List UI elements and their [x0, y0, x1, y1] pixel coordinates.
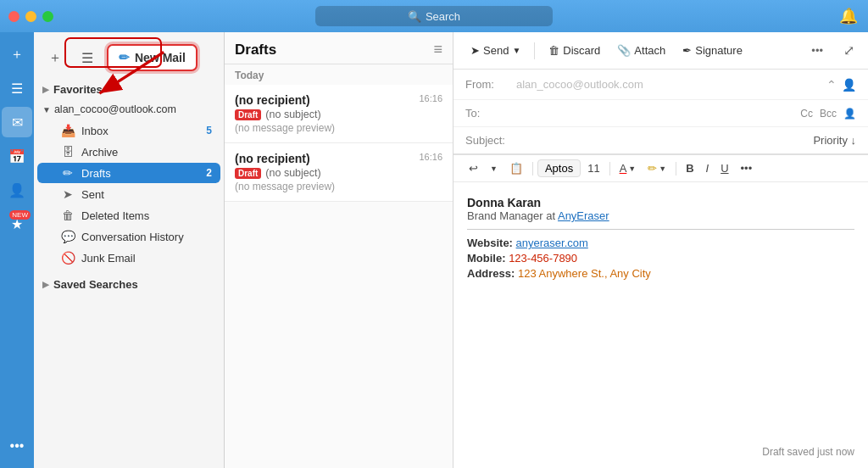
italic-button[interactable]: I [701, 159, 715, 177]
send-button[interactable]: ➤ Send ▼ [464, 40, 527, 61]
format-separator [676, 162, 676, 176]
draft-badge: Draft [235, 168, 261, 179]
minimize-button[interactable] [25, 11, 36, 22]
more-format-button[interactable]: ••• [736, 159, 758, 177]
nav-mail-button[interactable]: ✉ [2, 107, 32, 137]
sidebar-item-inbox[interactable]: 📥 Inbox 5 [37, 120, 220, 141]
sidebar-item-drafts[interactable]: ✏ Drafts 2 [37, 163, 220, 183]
clipboard-button[interactable]: 📋 [504, 159, 528, 177]
sidebar-item-conversation[interactable]: 💬 Conversation History [37, 226, 220, 247]
priority-button[interactable]: Priority ↓ [813, 134, 856, 147]
title-text: Brand Manager at [467, 209, 558, 222]
undo-button[interactable]: ↩ [464, 159, 483, 177]
add-recipient-icon[interactable]: 👤 [843, 108, 856, 120]
compose-body[interactable]: Donna Karan Brand Manager at AnyEraser W… [453, 182, 868, 468]
sidebar-item-archive[interactable]: 🗄 Archive [37, 142, 220, 162]
email-subject-row: Draft (no subject) [235, 109, 442, 120]
email-list-panel: Drafts ≡ Today (no recipient) 16:16 Draf… [225, 32, 453, 468]
attach-button[interactable]: 📎 Attach [610, 40, 672, 61]
email-item[interactable]: (no recipient) 16:16 Draft (no subject) … [225, 143, 453, 202]
junk-icon: 🚫 [61, 251, 75, 265]
website-link[interactable]: anyeraser.com [516, 237, 588, 249]
color-chevron-icon: ▼ [628, 164, 636, 173]
collapse-icon[interactable]: ⌃ [826, 78, 837, 92]
close-button[interactable] [8, 11, 19, 22]
format-toolbar: ↩ ▼ 📋 Aptos 11 A ▼ ✏ ▼ [453, 155, 868, 182]
font-name: Aptos [545, 162, 573, 175]
attach-icon: 📎 [617, 44, 631, 57]
sidebar-item-junk[interactable]: 🚫 Junk Email [37, 248, 220, 268]
cc-label[interactable]: Cc [800, 108, 813, 120]
font-selector[interactable]: Aptos [537, 159, 581, 177]
inbox-count: 5 [206, 125, 212, 136]
search-bar[interactable]: 🔍 Search [315, 6, 553, 26]
favorites-section[interactable]: ▶ Favorites [34, 80, 224, 99]
bold-label: B [686, 162, 693, 175]
sidebar-item-label: Conversation History [81, 231, 184, 243]
signature-icon: ✒ [682, 44, 692, 57]
signature-button[interactable]: ✒ Signature [676, 40, 749, 61]
saved-searches-label: Saved Searches [53, 278, 138, 291]
subject-field[interactable]: Subject: Priority ↓ [453, 127, 868, 154]
bcc-label[interactable]: Bcc [820, 108, 837, 120]
people-icon: 👤 [8, 182, 25, 198]
account-header[interactable]: ▼ alan_cocoo@outlook.com [34, 99, 224, 120]
chevron-right-icon: ▶ [42, 280, 49, 289]
email-date-group: Today [225, 64, 453, 85]
signature-name: Donna Karan [467, 196, 854, 209]
drafts-icon: ✏ [61, 166, 75, 180]
italic-label: I [706, 162, 709, 175]
sidebar-menu-button[interactable]: ☰ [75, 45, 100, 70]
nav-menu-button[interactable]: ☰ [2, 73, 32, 103]
email-sender: (no recipient) [235, 152, 310, 165]
drafts-count: 2 [206, 167, 212, 179]
highlight-chevron-icon: ▼ [659, 164, 666, 173]
email-subject-row: Draft (no subject) [235, 167, 442, 179]
expand-icon: ⤢ [843, 43, 854, 58]
sidebar-add-button[interactable]: ＋ [42, 45, 68, 70]
chevron-right-icon: ▶ [42, 85, 49, 94]
filter-icon[interactable]: ≡ [433, 41, 442, 58]
undo-dropdown-button[interactable]: ▼ [485, 162, 503, 176]
to-label: To: [465, 107, 516, 120]
undo-icon: ↩ [469, 162, 478, 175]
email-time: 16:16 [419, 152, 442, 162]
calendar-icon: 📅 [8, 148, 25, 164]
to-field[interactable]: To: Cc Bcc 👤 [453, 100, 868, 127]
notification-icon[interactable]: 🔔 [839, 7, 858, 25]
underline-button[interactable]: U [715, 159, 733, 177]
search-label: Search [426, 10, 460, 23]
sidebar-item-sent[interactable]: ➤ Sent [37, 184, 220, 204]
maximize-button[interactable] [42, 11, 53, 22]
email-subject: (no subject) [265, 109, 320, 120]
nav-starred-button[interactable]: ★ NEW [2, 209, 32, 239]
font-color-button[interactable]: A ▼ [615, 159, 642, 177]
hamburger-icon: ☰ [81, 50, 93, 66]
more-button[interactable]: ••• [804, 40, 830, 61]
nav-more-button[interactable]: ••• [2, 431, 32, 461]
saved-searches-section[interactable]: ▶ Saved Searches [34, 275, 224, 294]
inbox-icon: 📥 [61, 124, 75, 137]
more-icon: ••• [10, 438, 25, 454]
sidebar-item-label: Junk Email [81, 252, 136, 265]
email-subject: (no subject) [265, 167, 320, 179]
expand-button[interactable]: ⤢ [840, 39, 858, 62]
nav-people-button[interactable]: 👤 [2, 175, 32, 205]
nav-add-button[interactable]: ＋ [2, 39, 32, 70]
draft-saved-status: Draft saved just now [762, 446, 854, 458]
search-icon: 🔍 [408, 10, 421, 23]
nav-calendar-button[interactable]: 📅 [2, 141, 32, 171]
highlight-button[interactable]: ✏ ▼ [643, 159, 671, 177]
new-mail-button[interactable]: ✏ New Mail [107, 44, 198, 71]
profile-icon[interactable]: 👤 [842, 78, 856, 92]
format-separator [532, 162, 533, 176]
titlebar: 🔍 Search 🔔 [0, 0, 868, 32]
sidebar-item-label: Inbox [81, 125, 108, 137]
email-item[interactable]: (no recipient) 16:16 Draft (no subject) … [225, 85, 453, 143]
signature-title: Brand Manager at AnyEraser [467, 209, 854, 222]
font-size-button[interactable]: 11 [582, 159, 604, 177]
signature-company-link[interactable]: AnyEraser [558, 209, 609, 222]
discard-button[interactable]: 🗑 Discard [542, 40, 607, 61]
sidebar-item-deleted[interactable]: 🗑 Deleted Items [37, 205, 220, 226]
bold-button[interactable]: B [681, 159, 698, 177]
